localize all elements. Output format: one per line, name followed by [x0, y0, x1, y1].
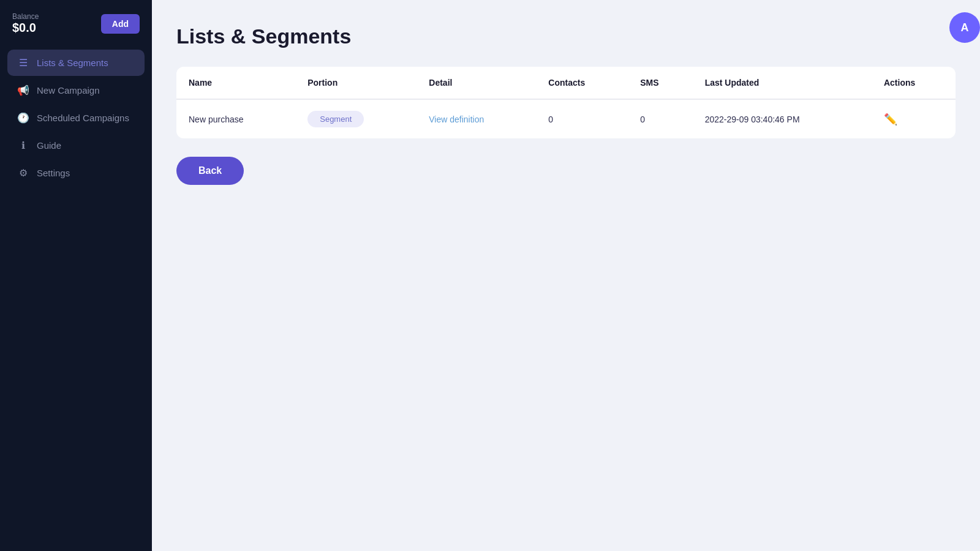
col-header-sms: SMS — [628, 67, 693, 99]
sidebar-nav: ☰ Lists & Segments 📢 New Campaign 🕐 Sche… — [0, 45, 152, 191]
sidebar-item-label-guide: Guide — [37, 140, 61, 151]
lists-segments-table: Name Portion Detail Contacts SMS Last Up… — [176, 67, 956, 138]
new-campaign-icon: 📢 — [17, 84, 29, 96]
cell-portion: Segment — [295, 99, 417, 138]
page-title: Lists & Segments — [176, 24, 351, 48]
lists-segments-icon: ☰ — [17, 57, 29, 69]
sidebar-item-label-lists-segments: Lists & Segments — [37, 58, 108, 68]
sidebar: Balance $0.0 Add ☰ Lists & Segments 📢 Ne… — [0, 0, 152, 551]
balance-amount: $0.0 — [12, 21, 39, 35]
edit-button[interactable]: ✏️ — [884, 113, 897, 126]
sidebar-item-label-scheduled-campaigns: Scheduled Campaigns — [37, 113, 129, 123]
view-definition-link[interactable]: View definition — [429, 114, 484, 124]
sidebar-item-lists-segments[interactable]: ☰ Lists & Segments — [7, 50, 145, 76]
sidebar-item-label-new-campaign: New Campaign — [37, 85, 100, 96]
cell-actions: ✏️ — [872, 99, 956, 138]
main-header: Lists & Segments A — [176, 24, 956, 48]
sidebar-item-label-settings: Settings — [37, 168, 70, 178]
table-header-row: Name Portion Detail Contacts SMS Last Up… — [176, 67, 956, 99]
guide-icon: ℹ — [17, 140, 29, 151]
cell-sms: 0 — [628, 99, 693, 138]
col-header-name: Name — [176, 67, 295, 99]
scheduled-campaigns-icon: 🕐 — [17, 112, 29, 124]
sidebar-item-scheduled-campaigns[interactable]: 🕐 Scheduled Campaigns — [7, 105, 145, 131]
segment-badge: Segment — [307, 111, 364, 127]
balance-info: Balance $0.0 — [12, 12, 39, 35]
cell-detail: View definition — [417, 99, 536, 138]
col-header-contacts: Contacts — [536, 67, 628, 99]
add-balance-button[interactable]: Add — [101, 14, 140, 34]
col-header-actions: Actions — [872, 67, 956, 99]
lists-segments-table-container: Name Portion Detail Contacts SMS Last Up… — [176, 67, 956, 138]
col-header-portion: Portion — [295, 67, 417, 99]
col-header-detail: Detail — [417, 67, 536, 99]
settings-icon: ⚙ — [17, 167, 29, 179]
sidebar-item-settings[interactable]: ⚙ Settings — [7, 160, 145, 186]
sidebar-item-guide[interactable]: ℹ Guide — [7, 132, 145, 159]
main-content: Lists & Segments A Name Portion Detail C… — [152, 0, 980, 551]
cell-contacts: 0 — [536, 99, 628, 138]
sidebar-item-new-campaign[interactable]: 📢 New Campaign — [7, 77, 145, 103]
cell-name: New purchase — [176, 99, 295, 138]
table-row: New purchase Segment View definition 0 0… — [176, 99, 956, 138]
cell-last-updated: 2022-29-09 03:40:46 PM — [693, 99, 872, 138]
back-button[interactable]: Back — [176, 157, 244, 185]
balance-label: Balance — [12, 12, 39, 21]
sidebar-balance-section: Balance $0.0 Add — [0, 0, 152, 45]
col-header-last-updated: Last Updated — [693, 67, 872, 99]
avatar[interactable]: A — [949, 12, 980, 43]
